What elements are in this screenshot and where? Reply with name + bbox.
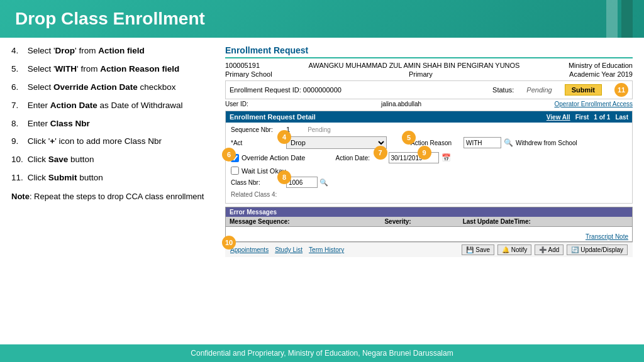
term-history-link[interactable]: Term History [309,246,344,253]
step-11: 11. Click Submit button [11,172,213,184]
badge-7: 7 [374,146,387,160]
user-id-value: jalina.abdullah [381,101,421,107]
step-10: 10. Click Save button [11,154,213,166]
badge-9: 9 [418,146,431,160]
enrollment-detail-section: Enrollment Request Detail View All First… [225,111,633,204]
class-nbr-wrapper: 🔍 8 [286,177,328,188]
form-body: Sequence Nbr: 1 Pending *Act Drop 4 [226,123,632,203]
status-bar: Enrollment Request ID: 0000000000 Status… [225,80,633,99]
badge-8: 8 [277,170,291,184]
update-display-button[interactable]: 🔄 Update/Display [567,244,628,255]
last-link[interactable]: Last [615,114,628,121]
bottom-links: Appointments Study List Term History [230,246,344,253]
first-link[interactable]: First [575,114,589,121]
action-label: *Act [231,140,281,146]
enrollment-title: Enrollment Request [225,45,633,58]
user-id-label: User ID: [225,101,248,107]
related-class-text: Related Class 4: [231,191,627,198]
appointments-link[interactable]: Appointments [230,246,269,253]
calendar-icon[interactable]: 📅 [441,153,451,162]
request-id-label: Enrollment Request ID: [230,86,301,94]
status-label: Status: [492,86,514,94]
sequence-row: Sequence Nbr: 1 Pending [231,126,627,133]
col-message-sequence: Message Sequence: [226,217,380,227]
transcript-note-link[interactable]: Transcript Note [226,232,632,241]
add-button[interactable]: ➕ Add [535,244,564,255]
step-7: 7. Enter Action Date as Date of Withdraw… [11,100,213,112]
left-panel: 4. Select 'Drop' from Action field 5. Se… [11,45,213,337]
action-select[interactable]: Drop [286,136,387,149]
bottom-actions: 💾 Save 🔔 Notify ➕ Add 🔄 Update/Display [462,244,628,255]
error-messages-box: Error Messages Message Sequence: Severit… [225,207,633,242]
action-reason-label: Action Reason [411,140,461,146]
badge-4: 4 [277,130,291,144]
action-select-wrapper: Drop 4 [286,136,387,149]
col-severity: Severity: [380,217,458,227]
override-checkbox-wrapper: 6 Override Action Date [231,154,306,162]
transcript-note-text: Transcript Note [586,233,628,240]
save-button[interactable]: 💾 Save [462,244,494,255]
footer: Confidential and Proprietary, Ministry o… [0,344,644,362]
steps-list: 4. Select 'Drop' from Action field 5. Se… [11,45,213,184]
step-6: 6. Select Override Action Date checkbox [11,82,213,94]
bottom-toolbar: 10 Appointments Study List Term History … [225,242,633,257]
pagination-controls: View All First 1 of 1 Last [547,114,628,121]
footer-text: Confidential and Proprietary, Ministry o… [191,349,453,358]
action-reason-input[interactable] [464,137,501,148]
study-list-link[interactable]: Study List [275,246,303,253]
badge-5: 5 [402,131,416,145]
badge-11: 11 [614,83,628,97]
waitlist-checkbox[interactable] [231,167,239,175]
action-date-input[interactable] [389,152,439,163]
student-name: AWANGKU MUHAMMAD ZUL AMIN SHAH BIN PENGI… [260,62,569,69]
submit-button[interactable]: Submit [565,84,602,96]
sequence-label: Sequence Nbr: [231,126,281,133]
notify-button[interactable]: 🔔 Notify [497,244,531,255]
error-header: Error Messages [226,207,632,217]
view-all-link[interactable]: View All [547,114,570,121]
ministry: Ministry of Education [569,62,633,69]
step-8: 8. Enter Class Nbr [11,118,213,130]
note-label: Note [11,192,30,201]
student-id: 100005191 [225,62,260,69]
right-panel: Enrollment Request 100005191 AWANGKU MUH… [225,45,633,337]
override-label: Override Action Date [242,154,306,162]
step-5: 5. Select 'WITH' from Action Reason fiel… [11,63,213,75]
detail-header-text: Enrollment Request Detail [230,113,316,121]
request-id-section: Enrollment Request ID: 0000000000 [230,86,341,94]
header-accent [606,0,644,38]
action-reason-wrapper: Action Reason 🔍 Withdrew from School 5 [411,137,577,148]
form-header: Enrollment Request Detail View All First… [226,111,632,123]
level: Primary [272,70,570,78]
col-datetime: Last Update DateTime: [459,217,632,227]
action-reason-text: Withdrew from School [516,140,577,146]
status-section: Status: Pending Submit 11 [492,83,628,97]
badge-10: 10 [222,236,236,250]
status-value: Pending [526,86,552,94]
academic-year: Academic Year 2019 [569,70,633,78]
class-nbr-row: Class Nbr: 🔍 8 [231,177,627,188]
note-text: : Repeat the steps to drop CCA class enr… [30,192,204,201]
pagination-text: 1 of 1 [594,114,610,121]
user-row: User ID: jalina.abdullah Operator Enroll… [225,101,633,107]
school-type: Primary School [225,70,272,78]
page-header: Drop Class Enrollment [0,0,644,38]
accent-bar-1 [606,0,618,38]
request-id-value: 0000000000 [303,86,341,94]
search-icon[interactable]: 🔍 [504,138,513,147]
class-nbr-label: Class Nbr: [231,179,281,186]
operator-access-link[interactable]: Operator Enrollment Access [555,101,633,107]
error-table: Message Sequence: Severity: Last Update … [226,217,632,232]
note-box: Note: Repeat the steps to drop CCA class… [11,190,213,203]
error-empty-row [226,227,632,233]
student-info-row2: Primary School Primary Academic Year 201… [225,70,633,78]
student-info-row1: 100005191 AWANGKU MUHAMMAD ZUL AMIN SHAH… [225,62,633,69]
search-class-icon[interactable]: 🔍 [319,178,328,186]
step-4: 4. Select 'Drop' from Action field [11,45,213,57]
main-content: 4. Select 'Drop' from Action field 5. Se… [0,38,644,337]
page-title: Drop Class Enrollment [15,9,205,29]
action-date-wrapper: Action Date: 📅 7 9 [336,152,451,163]
step-9: 9. Click '+' icon to add more Class Nbr [11,136,213,148]
badge-6: 6 [222,148,236,162]
accent-bar-2 [621,0,633,38]
